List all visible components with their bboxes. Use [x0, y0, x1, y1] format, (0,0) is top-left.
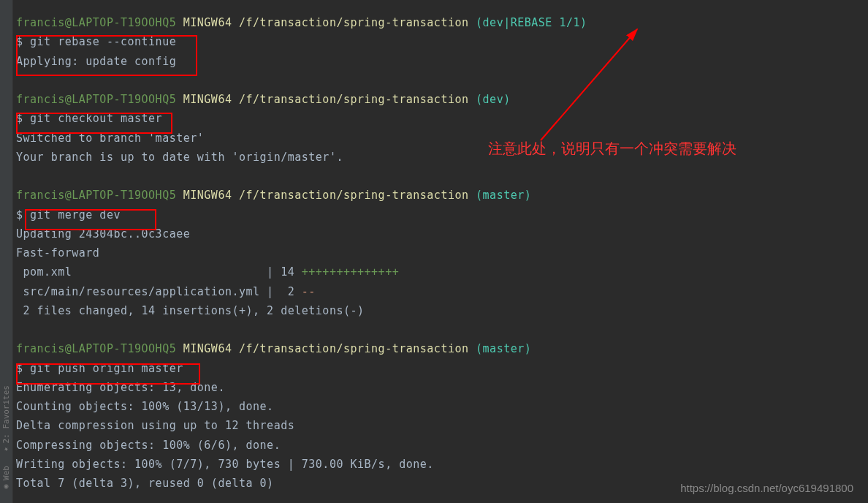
prompt-branch: (dev|REBASE 1/1) — [476, 16, 587, 29]
pom-text: pom.xml | 14 — [16, 265, 302, 279]
terminal-output[interactable]: francis@LAPTOP-T19OOHQ5 MINGW64 /f/trans… — [0, 0, 868, 503]
appyml-text: src/main/resources/application.yml | 2 — [16, 285, 302, 298]
prompt-env: MINGW64 — [183, 189, 232, 202]
annotation-text: 注意此处，说明只有一个冲突需要解决 — [488, 139, 736, 159]
blank-line — [16, 71, 852, 90]
output-updating: Updating 24304bc..0c3caee — [16, 224, 852, 243]
prompt-user: francis@LAPTOP-T19OOHQ5 — [16, 189, 176, 202]
output-delta: Delta compression using up to 12 threads — [16, 416, 852, 435]
output-applying: Applying: update config — [16, 52, 852, 71]
prompt-branch: (master) — [476, 342, 531, 355]
pom-plus: ++++++++++++++ — [302, 265, 399, 279]
blank-line — [16, 167, 852, 186]
command-rebase: $ git rebase --continue — [16, 32, 852, 51]
prompt-user: francis@LAPTOP-T19OOHQ5 — [16, 93, 176, 106]
output-writing: Writing objects: 100% (7/7), 730 bytes |… — [16, 455, 852, 474]
output-compress: Compressing objects: 100% (6/6), done. — [16, 436, 852, 455]
watermark: https://blog.csdn.net/oyc619491800 — [680, 482, 853, 494]
appyml-minus: -- — [302, 285, 316, 298]
prompt-path: /f/transaction/spring-transaction — [239, 189, 469, 202]
output-enum: Enumerating objects: 13, done. — [16, 378, 852, 397]
output-fastforward: Fast-forward — [16, 243, 852, 262]
command-push: $ git push origin master — [16, 359, 852, 378]
prompt-env: MINGW64 — [183, 93, 232, 106]
output-pom: pom.xml | 14 ++++++++++++++ — [16, 262, 852, 281]
prompt-user: francis@LAPTOP-T19OOHQ5 — [16, 16, 176, 29]
output-counting: Counting objects: 100% (13/13), done. — [16, 397, 852, 416]
prompt-path: /f/transaction/spring-transaction — [239, 16, 469, 29]
prompt-line-4: francis@LAPTOP-T19OOHQ5 MINGW64 /f/trans… — [16, 339, 852, 358]
prompt-user: francis@LAPTOP-T19OOHQ5 — [16, 342, 176, 355]
prompt-line-1: francis@LAPTOP-T19OOHQ5 MINGW64 /f/trans… — [16, 13, 852, 32]
prompt-line-2: francis@LAPTOP-T19OOHQ5 MINGW64 /f/trans… — [16, 90, 852, 109]
command-merge: $ git merge dev — [16, 205, 852, 224]
output-changed: 2 files changed, 14 insertions(+), 2 del… — [16, 301, 852, 320]
prompt-path: /f/transaction/spring-transaction — [239, 342, 469, 355]
prompt-env: MINGW64 — [183, 342, 232, 355]
blank-line — [16, 320, 852, 339]
prompt-line-3: francis@LAPTOP-T19OOHQ5 MINGW64 /f/trans… — [16, 186, 852, 205]
command-checkout: $ git checkout master — [16, 109, 852, 128]
prompt-path: /f/transaction/spring-transaction — [239, 93, 469, 106]
prompt-branch: (master) — [476, 189, 531, 202]
output-appyml: src/main/resources/application.yml | 2 -… — [16, 282, 852, 301]
prompt-env: MINGW64 — [183, 16, 232, 29]
prompt-branch: (dev) — [476, 93, 511, 106]
